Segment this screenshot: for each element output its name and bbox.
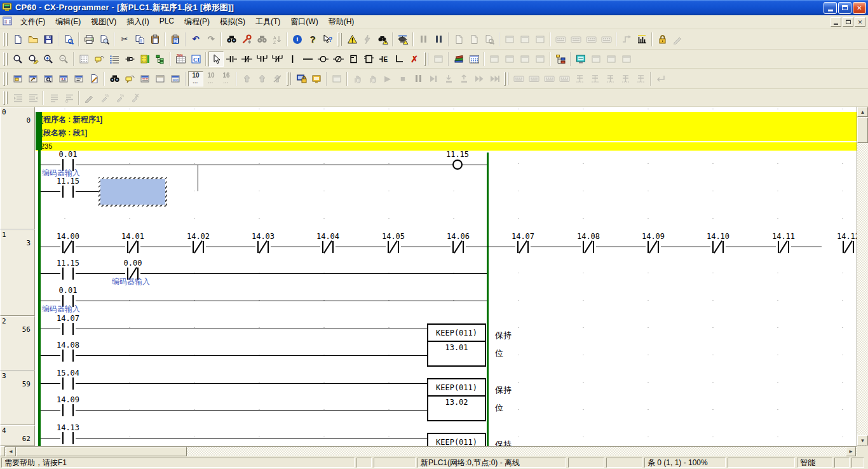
break-5-button[interactable] (633, 71, 648, 86)
new-coil-button[interactable] (315, 51, 330, 67)
new-pou-instruction-button[interactable]: E (376, 51, 391, 67)
work-online-simulator-button[interactable] (395, 32, 410, 47)
menu-PLC[interactable]: PLC (154, 15, 179, 29)
instruction-block-13.01[interactable]: KEEP(011)13.01 (427, 323, 486, 367)
resume-simulator-button[interactable] (365, 71, 380, 86)
context-help-button[interactable]: ? (320, 32, 336, 47)
ladder-window-button[interactable] (137, 71, 153, 86)
menu-工具T[interactable]: 工具(T) (250, 15, 285, 29)
cross-reference-button[interactable] (56, 71, 71, 86)
menu-窗口W[interactable]: 窗口(W) (285, 15, 323, 29)
child-close-button[interactable]: ✕ (855, 17, 865, 27)
zoom-tool-button[interactable] (10, 51, 25, 67)
toolbar-drag-handle[interactable] (3, 91, 5, 105)
edit-window-button[interactable] (431, 51, 446, 67)
indent-left-button[interactable] (10, 90, 25, 105)
binary-window-button[interactable]: 001 (168, 71, 183, 86)
menu-视图V[interactable]: 视图(V) (86, 15, 121, 29)
release-password-button[interactable] (670, 32, 685, 47)
line-corner-button[interactable] (391, 51, 407, 67)
select-mode-button[interactable] (208, 51, 224, 67)
new-button[interactable] (10, 32, 25, 47)
cut-button[interactable]: ✂ (117, 32, 132, 47)
address-reference-tool-button[interactable] (86, 71, 102, 86)
contact-14.06-nc[interactable] (451, 241, 466, 253)
compare-with-plc-button[interactable] (482, 32, 497, 47)
rung-margin-3[interactable]: 359 (0, 370, 35, 425)
debug-3-button[interactable] (541, 71, 557, 86)
new-closed-contact-button[interactable] (239, 51, 254, 67)
menu-编辑E[interactable]: 编辑(E) (50, 15, 86, 29)
find-report-button[interactable] (375, 32, 390, 47)
pause-monitor-button[interactable] (416, 32, 431, 47)
sort-button[interactable]: AZ (269, 32, 285, 47)
new-instruction-button[interactable] (361, 51, 376, 67)
contact-14.09[interactable] (60, 404, 76, 416)
step-in-button[interactable] (441, 71, 456, 86)
minimize-button[interactable] (824, 2, 837, 14)
align-list-2-button[interactable] (61, 90, 76, 105)
step-run-button[interactable] (426, 71, 441, 86)
break-3-button[interactable] (602, 71, 618, 86)
menu-模拟S[interactable]: 模拟(S) (215, 15, 250, 29)
contact-14.08-nc[interactable] (581, 241, 596, 253)
updown-window-button[interactable] (517, 51, 532, 67)
mark-red-button[interactable] (81, 90, 97, 105)
io-comment-button[interactable] (122, 71, 137, 86)
window-verify-button[interactable] (532, 32, 548, 47)
stop-button[interactable]: ■ (395, 71, 410, 86)
coil-11.15[interactable] (452, 160, 463, 170)
search-address-button[interactable] (254, 32, 269, 47)
view-mnemonics-button[interactable]: SMA (173, 51, 188, 67)
info-button[interactable]: i (290, 32, 305, 47)
force-cancel-button[interactable] (269, 71, 285, 86)
monitor-2-button[interactable] (568, 32, 583, 47)
force-on-button[interactable] (239, 71, 254, 86)
toolbar-drag-handle[interactable] (424, 52, 426, 66)
scroll-left-button[interactable]: ◄ (6, 447, 16, 456)
print-button[interactable] (81, 32, 97, 47)
contact-14.05-nc[interactable] (386, 241, 401, 253)
watch-window-button[interactable] (466, 51, 482, 67)
contact-14.04-nc[interactable] (320, 241, 336, 253)
show-comments-button[interactable] (92, 51, 107, 67)
paste-button[interactable] (147, 32, 163, 47)
show-symbol-tree-button[interactable] (153, 51, 168, 67)
aux-window-3-button[interactable] (619, 51, 634, 67)
pane-splitter[interactable] (0, 446, 5, 456)
aux-window-2-button[interactable] (604, 51, 619, 67)
page-setup-button[interactable] (61, 32, 76, 47)
set-password-button[interactable] (654, 32, 670, 47)
child-minimize-button[interactable] (831, 17, 841, 27)
debug-1-button[interactable] (511, 71, 526, 86)
library-button[interactable] (451, 51, 466, 67)
time-chart-monitor-button[interactable] (634, 32, 649, 47)
break-4-button[interactable] (618, 71, 633, 86)
workspace-tree-button[interactable] (553, 51, 568, 67)
vertical-line-button[interactable] (285, 51, 300, 67)
monitor-table-button[interactable] (107, 71, 122, 86)
break-1-button[interactable] (572, 71, 587, 86)
monitor-3-button[interactable] (583, 32, 599, 47)
break-2-button[interactable] (587, 71, 602, 86)
menu-插入I[interactable]: 插入(I) (121, 15, 154, 29)
toolbar-drag-handle[interactable] (3, 32, 5, 46)
hex-monitor-button[interactable]: 16▪▪▪ (219, 71, 234, 86)
io-monitor-button[interactable] (573, 51, 588, 67)
close-button[interactable]: ✕ (853, 2, 866, 14)
project-window-button[interactable] (10, 71, 25, 86)
ladder-canvas[interactable]: [程序名 : 新程序1] [段名称 : 段1] 235 0.01编码器输入11.… (35, 107, 857, 446)
contact-14.12-nc[interactable] (841, 241, 856, 253)
run-button[interactable]: ▶ (380, 71, 395, 86)
horizontal-scrollbar[interactable]: ◄ ► (0, 446, 857, 456)
menu-帮助H[interactable]: 帮助(H) (323, 15, 360, 29)
step-out-button[interactable] (456, 71, 471, 86)
toolbar-drag-handle[interactable] (504, 72, 506, 86)
contact-11.15[interactable] (60, 268, 76, 280)
monitor-4-button[interactable] (599, 32, 614, 47)
monitor-1-button[interactable] (553, 32, 568, 47)
scroll-right-button[interactable]: ► (846, 447, 856, 456)
vertical-scroll-thumb[interactable] (857, 118, 868, 143)
contact-14.00-nc[interactable] (60, 241, 76, 253)
rung-margin-1[interactable]: 13 (0, 229, 35, 316)
